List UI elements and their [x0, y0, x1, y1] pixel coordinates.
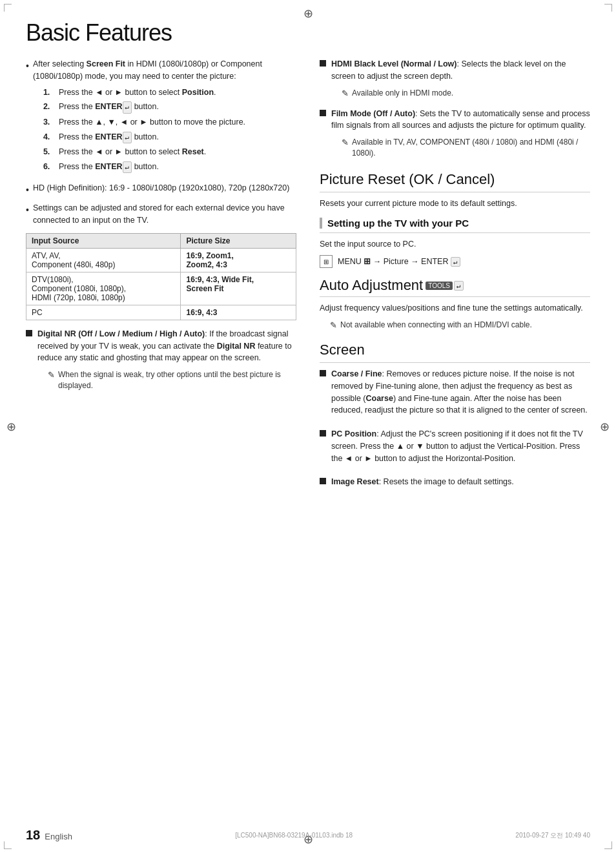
step-1: 1. Press the ◄ or ► button to select Pos…	[43, 87, 296, 99]
step-text-3: Press the ▲, ▼, ◄ or ► button to move th…	[59, 116, 245, 128]
settings-text: Settings can be adjusted and stored for …	[33, 202, 296, 227]
pc-position-text: PC Position: Adjust the PC's screen posi…	[331, 428, 590, 464]
note-pencil-auto: ✎	[330, 320, 337, 331]
screenfit-bold: Screen Fit	[87, 59, 125, 68]
image-reset-item: Image Reset: Resets the image to default…	[320, 476, 590, 493]
step-text-5: Press the ◄ or ► button to select Reset.	[59, 146, 206, 158]
step-num-3: 3.	[43, 116, 54, 128]
table-cell-source-3: PC	[26, 305, 181, 320]
auto-adjustment-divider	[320, 296, 590, 297]
screenfit-text: After selecting Screen Fit in HDMI (1080…	[33, 58, 296, 177]
bullet-item-screenfit: • After selecting Screen Fit in HDMI (10…	[26, 58, 296, 177]
tools-enter-icon: ↵	[454, 280, 464, 291]
step-text-2: Press the ENTER↵ button.	[59, 101, 159, 114]
screen-title: Screen	[320, 342, 590, 358]
digital-nr-text: Digital NR (Off / Low / Medium / High / …	[37, 328, 296, 364]
hdmi-black-text: HDMI Black Level (Normal / Low): Selects…	[331, 58, 590, 83]
bullet-dot: •	[26, 59, 29, 73]
table-cell-size-2: 16:9, 4:3, Wide Fit,Screen Fit	[181, 272, 296, 305]
square-bullet-imgres	[320, 478, 326, 484]
digital-nr-content: Digital NR (Off / Low / Medium / High / …	[37, 328, 296, 393]
table-cell-source-1: ATV, AV,Component (480i, 480p)	[26, 248, 181, 272]
step-num-2: 2.	[43, 101, 54, 113]
corner-tl	[4, 4, 12, 12]
table-row-1: ATV, AV,Component (480i, 480p) 16:9, Zoo…	[26, 248, 296, 272]
note-pencil-hdmi: ✎	[342, 88, 349, 99]
step-6: 6. Press the ENTER↵ button.	[43, 161, 296, 174]
step-num-1: 1.	[43, 87, 54, 99]
bullet-dot-settings: •	[26, 203, 29, 217]
menu-icon: ⊞	[320, 255, 333, 268]
auto-adjustment-note-text: Not available when connecting with an HD…	[340, 320, 532, 331]
table-header-source: Input Source	[26, 233, 181, 248]
menu-path: ⊞ MENU ⊞ → Picture → ENTER ↵	[320, 255, 590, 268]
digital-nr-note: ✎ When the signal is weak, try other opt…	[48, 369, 296, 391]
step-text-1: Press the ◄ or ► button to select Positi…	[59, 87, 216, 99]
crosshair-right-icon: ⊕	[600, 420, 610, 434]
page-footer: 18 English [LC500-NA]BN68-03219A-01L03.i…	[26, 828, 590, 843]
pc-position-content: PC Position: Adjust the PC's screen posi…	[331, 428, 590, 469]
coarse-fine-content: Coarse / Fine: Removes or reduces pictur…	[331, 368, 590, 422]
square-bullet-dnr	[26, 330, 32, 336]
step-3: 3. Press the ▲, ▼, ◄ or ► button to move…	[43, 116, 296, 128]
hdmi-black-bold: HDMI Black Level (Normal / Low)	[331, 59, 457, 68]
table-header-size: Picture Size	[181, 233, 296, 248]
film-mode-text: Film Mode (Off / Auto): Sets the TV to a…	[331, 108, 590, 132]
table-row-3: PC 16:9, 4:3	[26, 305, 296, 320]
coarse-fine-bold: Coarse / Fine	[331, 369, 382, 378]
film-mode-bold: Film Mode (Off / Auto)	[331, 109, 415, 118]
bullet-item-settings: • Settings can be adjusted and stored fo…	[26, 202, 296, 227]
step-num-5: 5.	[43, 146, 54, 158]
auto-adjustment-header: Auto Adjustment TOOLS ↵	[320, 277, 590, 294]
pc-position-item: PC Position: Adjust the PC's screen posi…	[320, 428, 590, 469]
film-mode-note: ✎ Available in TV, AV, COMPONENT (480i /…	[342, 137, 590, 159]
page-number-area: 18 English	[26, 828, 72, 843]
enter-icon-menu: ↵	[451, 257, 460, 267]
left-column: • After selecting Screen Fit in HDMI (10…	[26, 58, 296, 500]
step-5: 5. Press the ◄ or ► button to select Res…	[43, 146, 296, 158]
corner-bl	[4, 841, 12, 849]
step-num-6: 6.	[43, 161, 54, 173]
coarse-fine-text: Coarse / Fine: Removes or reduces pictur…	[331, 368, 590, 416]
picture-reset-title: Picture Reset (OK / Cancel)	[320, 171, 590, 188]
coarse-fine-item: Coarse / Fine: Removes or reduces pictur…	[320, 368, 590, 422]
tools-badge: TOOLS	[426, 282, 453, 290]
enter-icon-3: ↵	[123, 161, 132, 174]
picture-reset-body: Resets your current picture mode to its …	[320, 198, 590, 210]
page-label: English	[45, 832, 72, 841]
setting-up-pc-body: Set the input source to PC.	[320, 238, 590, 251]
image-reset-content: Image Reset: Resets the image to default…	[331, 476, 590, 493]
bullet-item-hd: • HD (High Definition): 16:9 - 1080i/108…	[26, 182, 296, 197]
hd-text: HD (High Definition): 16:9 - 1080i/1080p…	[33, 182, 296, 194]
image-reset-bold: Image Reset	[331, 477, 379, 486]
auto-adjustment-body: Adjust frequency values/positions and fi…	[320, 302, 590, 314]
film-mode-content: Film Mode (Off / Auto): Sets the TV to a…	[331, 108, 590, 161]
auto-adjustment-title: Auto Adjustment	[320, 277, 423, 294]
step-text-4: Press the ENTER↵ button.	[59, 131, 159, 144]
film-mode-note-text: Available in TV, AV, COMPONENT (480i / 1…	[352, 137, 590, 159]
digital-nr-item: Digital NR (Off / Low / Medium / High / …	[26, 328, 296, 393]
footer-file: [LC500-NA]BN68-03219A-01L03.indb 18	[235, 832, 353, 839]
enter-icon-1: ↵	[123, 101, 132, 114]
table-cell-source-2: DTV(1080i),Component (1080i, 1080p),HDMI…	[26, 272, 181, 305]
steps-list: 1. Press the ◄ or ► button to select Pos…	[33, 87, 296, 174]
step-num-4: 4.	[43, 131, 54, 143]
hdmi-black-content: HDMI Black Level (Normal / Low): Selects…	[331, 58, 590, 101]
input-source-table: Input Source Picture Size ATV, AV,Compon…	[26, 233, 296, 320]
table-row-2: DTV(1080i),Component (1080i, 1080p),HDMI…	[26, 272, 296, 305]
pc-position-bold: PC Position	[331, 429, 376, 438]
digital-nr-note-text: When the signal is weak, try other optio…	[58, 369, 296, 391]
setting-up-pc-divider	[320, 232, 590, 233]
picture-reset-divider	[320, 192, 590, 192]
image-reset-text: Image Reset: Resets the image to default…	[331, 476, 590, 488]
square-bullet-hdmi	[320, 60, 326, 67]
enter-icon-2: ↵	[123, 132, 132, 144]
digital-nr-bold: Digital NR (Off / Low / Medium / High / …	[37, 329, 205, 338]
hdmi-black-item: HDMI Black Level (Normal / Low): Selects…	[320, 58, 590, 101]
page-number: 18	[26, 828, 40, 842]
screen-fit-bullet: • After selecting Screen Fit in HDMI (10…	[26, 58, 296, 227]
square-bullet-pcpos	[320, 430, 326, 437]
note-pencil-icon: ✎	[48, 369, 55, 381]
screen-divider	[320, 362, 590, 363]
hdmi-black-note: ✎ Available only in HDMI mode.	[342, 88, 590, 99]
